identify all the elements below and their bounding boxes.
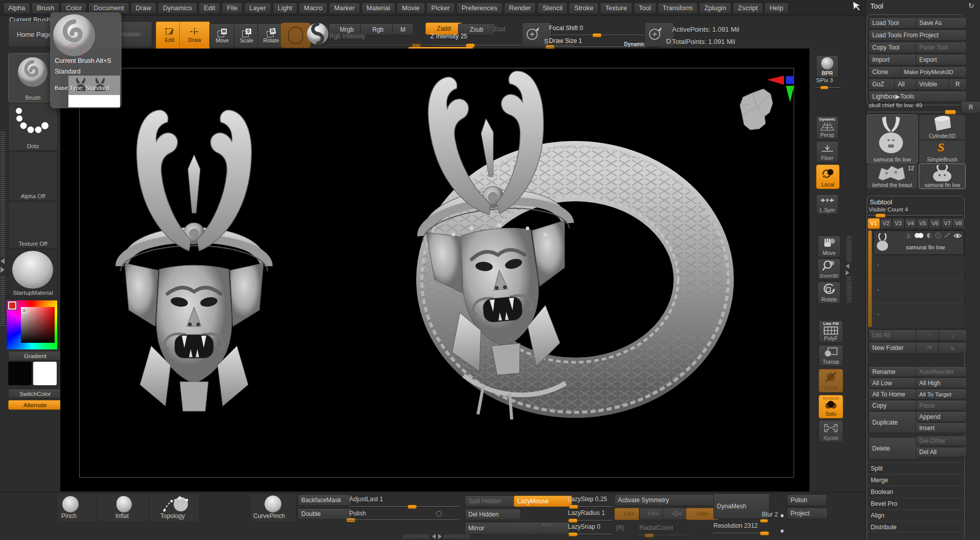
navigation-widget[interactable] — [739, 75, 800, 151]
floor-button[interactable]: Floor — [816, 141, 839, 162]
rename-button[interactable]: Rename — [869, 366, 921, 377]
radial-count-slider-label[interactable]: RadialCount — [639, 524, 673, 531]
subtool-scrollbar[interactable] — [868, 230, 872, 327]
lazyradius-handle[interactable] — [568, 519, 578, 523]
adjust-last-slider-label[interactable]: AdjustLast 1 — [349, 496, 383, 503]
focal-shift-slider[interactable] — [549, 35, 659, 35]
subtool-empty-row[interactable] — [877, 314, 879, 315]
draw-settings-button[interactable]: D — [644, 22, 674, 47]
menu-stroke[interactable]: Stroke — [569, 3, 599, 14]
make-polymesh3d-button[interactable]: Make PolyMesh3D — [900, 66, 967, 78]
section-distribute[interactable]: Distribute — [868, 521, 965, 532]
shelf-collapse-arrow[interactable] — [1, 258, 5, 264]
move-down-button[interactable]: ↓ — [938, 330, 967, 341]
copy-tool-button[interactable]: Copy Tool — [869, 42, 921, 53]
polish-slider-line[interactable] — [346, 520, 459, 520]
adjust-last-handle[interactable] — [408, 505, 417, 509]
polish-mode-knob[interactable] — [436, 511, 442, 516]
dynamic-toggle[interactable]: Dynamic — [624, 41, 646, 47]
all-to-home-button[interactable]: All To Home — [869, 389, 921, 400]
radial-count-handle[interactable] — [644, 533, 654, 537]
strip-collapse-arrow[interactable] — [846, 264, 849, 269]
copy-subtool-button[interactable]: Copy — [869, 400, 921, 411]
resolution-knob[interactable] — [780, 529, 784, 533]
section-boolean[interactable]: Boolean — [868, 486, 965, 497]
focal-shift-slider-label[interactable]: Focal Shift 0 — [549, 25, 583, 32]
paintbrush-icon[interactable] — [944, 233, 950, 238]
cylinder3d-thumbnail[interactable]: Cylinder3D — [919, 114, 966, 140]
visibility-eye-icon[interactable] — [953, 233, 962, 239]
zoom3d-button[interactable]: Zoom3D — [818, 259, 841, 280]
section-split[interactable]: Split — [868, 462, 965, 474]
insert-button[interactable]: Insert — [916, 422, 967, 433]
menu-movie[interactable]: Movie — [397, 3, 425, 14]
section-merge[interactable]: Merge — [868, 474, 965, 485]
lazymouse-button[interactable]: LazyMouse — [514, 496, 572, 507]
shelf-scrollbar-lower[interactable] — [1, 276, 5, 327]
del-hidden-button[interactable]: Del Hidden — [465, 509, 521, 520]
secondary-color-swatch[interactable] — [33, 361, 57, 386]
polish-button[interactable]: Polish — [787, 495, 827, 506]
visible-count-slider-label[interactable]: Visible Count 4 — [869, 206, 908, 213]
goz-visible-button[interactable]: Visible — [916, 79, 952, 90]
menu-macro[interactable]: Macro — [299, 3, 327, 14]
inflat-brush-button[interactable]: Inflat — [98, 494, 149, 522]
goz-r-button[interactable]: R — [948, 79, 967, 90]
menu-dynamics[interactable]: Dynamics — [158, 3, 197, 14]
alpha-button[interactable]: Alpha Off — [8, 151, 58, 201]
menu-alpha[interactable]: Alpha — [3, 3, 30, 14]
draw-size-slider-label[interactable]: Draw Size 1 — [549, 37, 582, 44]
gradient-button[interactable]: Gradient — [8, 351, 62, 361]
project-button[interactable]: Project — [787, 508, 828, 519]
dynamesh-button[interactable]: DynaMesh — [713, 494, 770, 519]
behind-thumbnail[interactable]: 12 behind the beaut — [867, 163, 918, 189]
lsym-button[interactable]: L.Sym — [816, 194, 839, 215]
menu-help[interactable]: Help — [764, 3, 788, 14]
menu-marker[interactable]: Marker — [329, 3, 360, 14]
current-material-sphere[interactable] — [306, 22, 329, 45]
polish-slider-handle[interactable] — [346, 518, 355, 522]
solo-button[interactable]: Dynamic Solo — [819, 395, 843, 418]
shelf-expand-arrow[interactable] — [1, 267, 5, 273]
menu-preferences[interactable]: Preferences — [457, 3, 503, 14]
shelf-scrollbar[interactable] — [1, 132, 5, 257]
current-tool-handle[interactable] — [945, 110, 956, 114]
m-button[interactable]: M — [392, 24, 414, 35]
texture-button[interactable]: Texture Off — [8, 201, 58, 248]
z-intensity-slider-label[interactable]: Z Intensity 25 — [431, 33, 467, 40]
bpr-button[interactable]: BPR — [816, 55, 839, 78]
subtool-tab-v1[interactable]: V1 — [868, 218, 880, 229]
subtool-item[interactable]: samurai fin low — [873, 230, 964, 255]
subtool-tab-v4[interactable]: V4 — [904, 218, 917, 229]
uv-icon[interactable] — [927, 233, 932, 238]
flatten-icon[interactable] — [905, 233, 912, 238]
visible-count-handle[interactable] — [875, 214, 886, 218]
document-canvas[interactable] — [60, 49, 809, 491]
section-bevel-pro[interactable]: Bevel Pro — [868, 498, 965, 509]
section-align[interactable]: Align — [868, 509, 965, 521]
lazystep-handle[interactable] — [569, 505, 578, 509]
current-tool-thumbnail[interactable]: samurai fin low — [867, 114, 918, 163]
subtool-empty-row[interactable] — [877, 289, 879, 291]
lazyradius-slider-label[interactable]: LazyRadius 1 — [568, 509, 605, 516]
folder-insert-button[interactable]: ↳ — [938, 342, 967, 354]
menu-material[interactable]: Material — [362, 3, 395, 14]
menu-layer[interactable]: Layer — [244, 3, 271, 14]
stroke-type-button[interactable]: Dots — [8, 103, 58, 151]
draw-button[interactable]: Draw — [179, 21, 210, 49]
menu-render[interactable]: Render — [504, 3, 536, 14]
subtool-tab-v7[interactable]: V7 — [941, 218, 953, 229]
new-folder-button[interactable]: New Folder — [869, 342, 921, 354]
main-color-swatch[interactable] — [8, 361, 32, 386]
mirror-button[interactable]: Mirror — [465, 522, 570, 534]
import-button[interactable]: Import — [869, 54, 921, 65]
spix-handle[interactable] — [820, 86, 828, 89]
switch-color-button[interactable]: SwitchColor — [8, 389, 62, 398]
double-button[interactable]: Double — [298, 508, 352, 520]
activate-symmetry-button[interactable]: Activate Symmetry — [614, 495, 720, 506]
del-other-button[interactable]: Del Other — [916, 436, 967, 446]
save-as-button[interactable]: Save As — [916, 17, 967, 29]
displacement-icon[interactable] — [935, 232, 941, 239]
del-all-button[interactable]: Del All — [916, 447, 967, 457]
color-picker[interactable] — [7, 300, 57, 349]
